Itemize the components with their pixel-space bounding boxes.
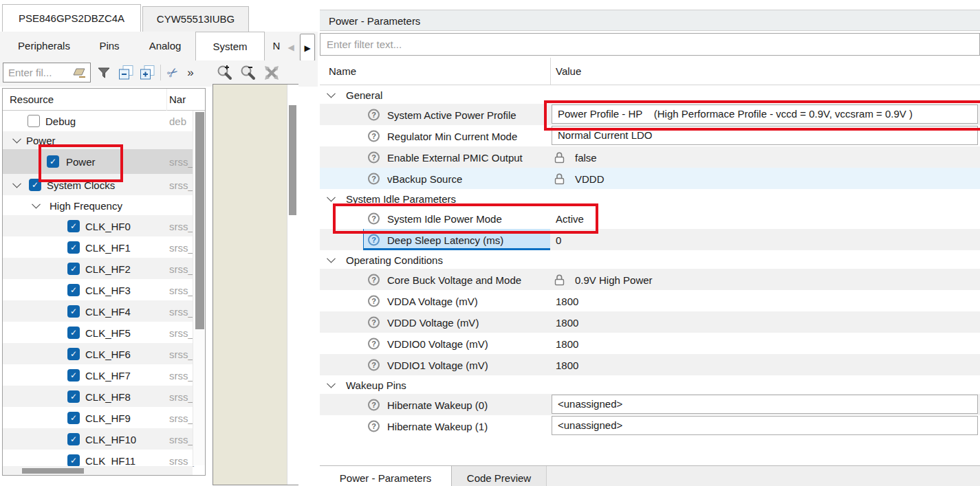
expand-all-icon[interactable] — [138, 63, 156, 82]
checkbox-checked-icon[interactable]: ✓ — [67, 369, 80, 382]
column-header-name[interactable]: Name — [329, 58, 356, 85]
tab-scroll-left-icon[interactable]: ◀ — [283, 34, 298, 60]
param-row-system-active-power-profile[interactable]: ?System Active Power ProfilePower Profil… — [320, 104, 980, 125]
param-row-system-idle-power-mode[interactable]: ?System Idle Power ModeActive — [320, 208, 980, 229]
param-group-operating-conditions[interactable]: Operating Conditions — [320, 250, 980, 269]
checkbox-checked-icon[interactable]: ✓ — [67, 433, 80, 445]
zoom-out-icon[interactable] — [239, 63, 257, 82]
param-row-core-buck-voltage-and-mode[interactable]: ?Core Buck Voltage and Mode0.9V High Pow… — [320, 269, 980, 290]
device-tab-pse846[interactable]: PSE846GPS2DBZC4A — [2, 4, 141, 32]
tree-row-clk-hf10[interactable]: ✓CLK_HF10srss_ — [3, 428, 193, 450]
tree-row-clk-hf1[interactable]: ✓CLK_HF1srss_ — [3, 236, 193, 258]
checkbox-checked-icon[interactable]: ✓ — [67, 305, 80, 318]
bottom-tab-power-parameters[interactable]: Power - Parameters — [320, 466, 452, 486]
column-header-resource[interactable]: Resource — [10, 89, 54, 110]
tree-row-clk-hf8[interactable]: ✓CLK_HF8srss_ — [3, 386, 193, 407]
param-row-vddio0-voltage-mv-[interactable]: ?VDDIO0 Voltage (mV)1800 — [320, 333, 980, 354]
checkbox-checked-icon[interactable]: ✓ — [67, 263, 80, 275]
help-icon[interactable]: ? — [368, 212, 380, 224]
param-row-deep-sleep-latency-ms-[interactable]: ?Deep Sleep Latency (ms)0 — [320, 229, 980, 250]
tab-analog[interactable]: Analog — [135, 32, 195, 60]
param-row-hibernate-wakeup-0-[interactable]: ?Hibernate Wakeup (0)<unassigned> — [320, 394, 980, 415]
param-row-vddio1-voltage-mv-[interactable]: ?VDDIO1 Voltage (mV)1800 — [320, 354, 980, 375]
tree-horizontal-scrollbar[interactable] — [3, 466, 193, 476]
device-tab-cyw55513[interactable]: CYW55513IUBG — [142, 6, 249, 32]
tree-row-clk-hf4[interactable]: ✓CLK_HF4srss_ — [3, 300, 193, 322]
help-icon[interactable]: ? — [368, 359, 380, 371]
chevron-down-icon[interactable] — [327, 89, 336, 98]
tree-row-clk-hf0[interactable]: ✓CLK_HF0srss_ — [3, 215, 193, 236]
help-icon[interactable]: ? — [368, 234, 380, 245]
param-value[interactable]: 1800 — [556, 359, 578, 371]
zoom-in-icon[interactable] — [216, 63, 234, 82]
checkbox-checked-icon[interactable]: ✓ — [67, 284, 80, 296]
checkbox-checked-icon[interactable]: ✓ — [67, 454, 80, 467]
help-icon[interactable]: ? — [368, 295, 380, 307]
help-icon[interactable]: ? — [368, 338, 380, 349]
tab-peripherals[interactable]: Peripherals — [6, 32, 83, 60]
param-value[interactable]: 0.9V High Power — [575, 274, 653, 285]
zoom-fit-icon[interactable] — [263, 63, 281, 82]
help-icon[interactable]: ? — [368, 130, 380, 142]
tree-row-clk-hf6[interactable]: ✓CLK_HF6srss_ — [3, 343, 193, 364]
chevron-down-icon[interactable] — [327, 254, 336, 263]
param-group-wakeup-pins[interactable]: Wakeup Pins — [320, 375, 980, 394]
tree-row-high-frequency[interactable]: High Frequency — [3, 195, 193, 215]
chevron-down-icon[interactable] — [12, 135, 21, 144]
param-row-vdda-voltage-mv-[interactable]: ?VDDA Voltage (mV)1800 — [320, 290, 980, 311]
param-value[interactable]: false — [575, 151, 597, 163]
param-value[interactable]: Active — [556, 212, 584, 224]
tree-row-clk-hf9[interactable]: ✓CLK_HF9srss_ — [3, 407, 193, 428]
value-editor-cell[interactable]: <unassigned> — [552, 395, 978, 414]
param-value[interactable]: 1800 — [556, 338, 578, 349]
chevron-down-icon[interactable] — [327, 379, 336, 388]
parameters-filter-input[interactable]: Enter filter text... — [320, 33, 980, 56]
help-icon[interactable]: ? — [368, 420, 380, 432]
help-icon[interactable]: ? — [368, 151, 380, 163]
param-group-general[interactable]: General — [320, 85, 980, 104]
cut-icon[interactable]: ✂ — [164, 63, 182, 82]
column-header-name[interactable]: Nar — [169, 89, 186, 110]
tree-row-clk-hf7[interactable]: ✓CLK_HF7srss_ — [3, 364, 193, 386]
tab-pins[interactable]: Pins — [83, 32, 135, 60]
chevron-down-icon[interactable] — [327, 192, 336, 201]
help-icon[interactable]: ? — [368, 109, 380, 120]
param-row-enable-external-pmic-output[interactable]: ?Enable External PMIC Outputfalse — [320, 146, 980, 168]
canvas-background[interactable] — [213, 85, 287, 485]
filter-funnel-icon[interactable] — [95, 63, 113, 82]
bottom-tab-code-preview[interactable]: Code Preview — [452, 466, 547, 486]
param-row-vddd-voltage-mv-[interactable]: ?VDDD Voltage (mV)1800 — [320, 311, 980, 333]
checkbox-checked-icon[interactable]: ✓ — [29, 179, 41, 191]
tree-row-clk-hf2[interactable]: ✓CLK_HF2srss_ — [3, 258, 193, 279]
canvas-vscroll-thumb[interactable] — [289, 105, 296, 215]
tree-row-power[interactable]: ✓Powersrss_ — [3, 149, 193, 174]
value-editor-cell[interactable]: <unassigned> — [552, 416, 978, 435]
param-value[interactable]: 1800 — [556, 295, 578, 307]
param-value[interactable]: 1800 — [556, 316, 578, 328]
checkbox-checked-icon[interactable]: ✓ — [67, 390, 80, 403]
param-row-hibernate-wakeup-1-[interactable]: ?Hibernate Wakeup (1)<unassigned> — [320, 415, 980, 437]
help-icon[interactable]: ? — [368, 316, 380, 328]
checkbox-checked-icon[interactable]: ✓ — [67, 241, 80, 254]
checkbox-checked-icon[interactable]: ✓ — [47, 155, 59, 168]
canvas-vertical-scrollbar[interactable] — [287, 85, 298, 485]
tab-system[interactable]: System — [195, 32, 265, 60]
checkbox-checked-icon[interactable]: ✓ — [67, 348, 80, 360]
tree-row-clk-hf3[interactable]: ✓CLK_HF3srss_ — [3, 279, 193, 300]
chevron-down-icon[interactable] — [32, 199, 41, 208]
tab-scroll-right-icon[interactable]: ▶ — [300, 34, 315, 61]
tree-hscroll-thumb[interactable] — [22, 468, 84, 474]
checkbox-checked-icon[interactable]: ✓ — [67, 412, 80, 424]
eraser-icon[interactable] — [73, 67, 87, 78]
checkbox-checked-icon[interactable]: ✓ — [67, 327, 80, 339]
tab-partial[interactable]: N — [270, 32, 283, 60]
value-editor-cell[interactable]: Power Profile - HP (High Performace Prof… — [552, 104, 978, 124]
collapse-all-icon[interactable] — [117, 63, 135, 82]
param-value[interactable]: VDDD — [575, 173, 605, 184]
help-icon[interactable]: ? — [368, 173, 380, 184]
param-row-regulator-min-current-mode[interactable]: ?Regulator Min Current ModeNormal Curren… — [320, 125, 980, 146]
tree-row-system-clocks[interactable]: ✓System Clockssrss_ — [3, 174, 193, 195]
tree-group-power[interactable]: Power — [3, 131, 193, 149]
tree-vertical-scrollbar[interactable] — [193, 111, 206, 465]
param-value[interactable]: 0 — [556, 234, 561, 245]
